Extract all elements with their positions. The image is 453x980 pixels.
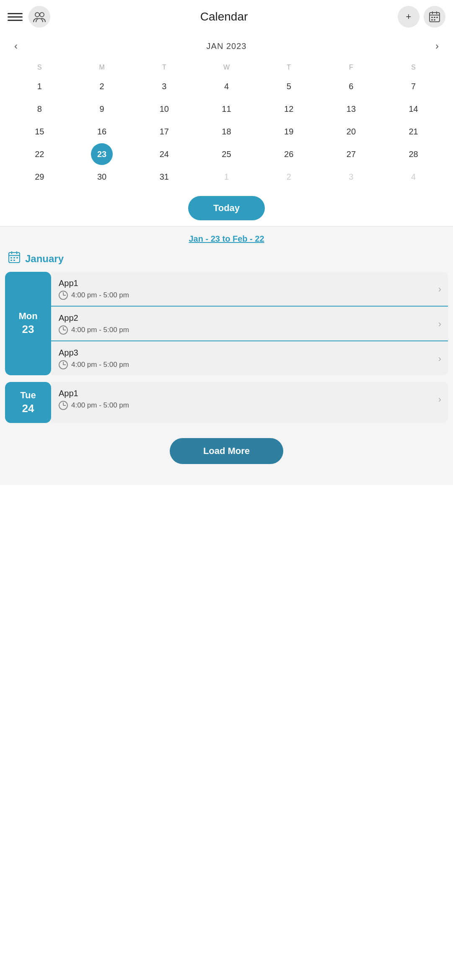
time-text: 4:00 pm - 5:00 pm — [71, 291, 129, 299]
day-cell-5[interactable]: 5 — [278, 75, 300, 97]
svg-rect-16 — [13, 257, 15, 258]
calendar-small-icon — [8, 251, 20, 266]
chevron-right-icon: › — [438, 353, 441, 364]
load-more-button[interactable]: Load More — [170, 438, 283, 464]
clock-icon — [59, 401, 68, 410]
app-header: Calendar + — [0, 0, 453, 34]
day-cell-29[interactable]: 29 — [28, 166, 50, 188]
day-cell-21[interactable]: 21 — [403, 121, 425, 142]
appointment-time: 4:00 pm - 5:00 pm — [59, 360, 434, 369]
chevron-right-icon: › — [438, 394, 441, 405]
day-cell-14[interactable]: 14 — [403, 98, 425, 120]
appointment-title: App2 — [59, 313, 434, 323]
dow-wed: W — [195, 61, 258, 74]
day-cell-4[interactable]: 4 — [215, 75, 237, 97]
dow-sun: S — [8, 61, 71, 74]
next-month-button[interactable]: › — [430, 38, 445, 54]
svg-rect-6 — [431, 17, 433, 18]
appointment-item-0-1[interactable]: App2 4:00 pm - 5:00 pm › — [51, 306, 448, 340]
month-name: January — [25, 253, 64, 265]
day-cell-23[interactable]: 23 — [91, 143, 113, 165]
appointment-title: App3 — [59, 348, 434, 358]
day-cell-19[interactable]: 19 — [278, 121, 300, 142]
day-cell-12[interactable]: 12 — [278, 98, 300, 120]
day-cell-24[interactable]: 24 — [153, 143, 175, 165]
day-cell-2[interactable]: 2 — [91, 75, 113, 97]
day-cell-30[interactable]: 30 — [91, 166, 113, 188]
day-label-1: Tue24 — [5, 382, 51, 423]
day-cell-28[interactable]: 28 — [403, 143, 425, 165]
appointment-info: App3 4:00 pm - 5:00 pm — [59, 348, 434, 369]
schedule-range-label[interactable]: Jan - 23 to Feb - 22 — [0, 227, 453, 247]
day-label-0: Mon23 — [5, 272, 51, 375]
day-group-1: Tue24 App1 4:00 pm - 5:00 pm › — [5, 382, 448, 423]
today-button[interactable]: Today — [188, 196, 265, 220]
day-groups-container: Mon23 App1 4:00 pm - 5:00 pm › App2 4:00… — [0, 272, 453, 423]
chevron-right-icon: › — [438, 319, 441, 330]
add-button[interactable]: + — [398, 6, 419, 28]
day-cell-20[interactable]: 20 — [340, 121, 362, 142]
appointment-time: 4:00 pm - 5:00 pm — [59, 291, 434, 300]
calendar-grid: S M T W T F S 12345678910111213141516171… — [8, 61, 445, 188]
day-cell-25[interactable]: 25 — [215, 143, 237, 165]
day-num: 23 — [22, 322, 34, 337]
day-name: Tue — [20, 389, 36, 402]
day-cell-18[interactable]: 18 — [215, 121, 237, 142]
clock-icon — [59, 360, 68, 369]
hamburger-menu-button[interactable] — [8, 9, 23, 24]
svg-rect-10 — [434, 19, 435, 21]
day-cell-27[interactable]: 27 — [340, 143, 362, 165]
day-cell-3[interactable]: 3 — [153, 75, 175, 97]
prev-month-button[interactable]: ‹ — [8, 38, 23, 54]
day-cell-2[interactable]: 2 — [278, 166, 300, 188]
appointment-info: App1 4:00 pm - 5:00 pm — [59, 279, 434, 300]
day-cell-10[interactable]: 10 — [153, 98, 175, 120]
month-year-label: JAN 2023 — [207, 41, 247, 51]
day-cell-7[interactable]: 7 — [403, 75, 425, 97]
clock-icon — [59, 291, 68, 300]
calendar-nav: ‹ JAN 2023 › — [8, 38, 445, 54]
appointments-list-0: App1 4:00 pm - 5:00 pm › App2 4:00 pm - … — [51, 272, 448, 375]
day-cell-8[interactable]: 8 — [28, 98, 50, 120]
day-cell-16[interactable]: 16 — [91, 121, 113, 142]
day-cell-1[interactable]: 1 — [215, 166, 237, 188]
svg-rect-15 — [10, 257, 12, 258]
day-cell-22[interactable]: 22 — [28, 143, 50, 165]
time-text: 4:00 pm - 5:00 pm — [71, 361, 129, 369]
appointment-time: 4:00 pm - 5:00 pm — [59, 401, 434, 410]
appointment-info: App1 4:00 pm - 5:00 pm — [59, 389, 434, 410]
dow-fri: F — [320, 61, 383, 74]
svg-rect-7 — [434, 17, 435, 18]
appointment-title: App1 — [59, 389, 434, 398]
svg-point-0 — [35, 13, 39, 17]
time-text: 4:00 pm - 5:00 pm — [71, 326, 129, 334]
appointment-item-0-0[interactable]: App1 4:00 pm - 5:00 pm › — [51, 272, 448, 306]
day-cell-3[interactable]: 3 — [340, 166, 362, 188]
day-cell-4[interactable]: 4 — [403, 166, 425, 188]
day-cell-9[interactable]: 9 — [91, 98, 113, 120]
avatar-button[interactable] — [28, 6, 50, 28]
day-name: Mon — [18, 310, 37, 322]
dow-tue: T — [133, 61, 195, 74]
day-cell-1[interactable]: 1 — [28, 75, 50, 97]
calendar-section: ‹ JAN 2023 › S M T W T F S 1234567891011… — [0, 34, 453, 226]
day-cell-13[interactable]: 13 — [340, 98, 362, 120]
header-left — [8, 6, 50, 28]
appointment-item-1-0[interactable]: App1 4:00 pm - 5:00 pm › — [51, 382, 448, 416]
clock-icon — [59, 325, 68, 335]
users-icon — [33, 11, 46, 23]
day-cell-15[interactable]: 15 — [28, 121, 50, 142]
day-cell-31[interactable]: 31 — [153, 166, 175, 188]
day-cell-17[interactable]: 17 — [153, 121, 175, 142]
header-right: + — [398, 6, 445, 28]
schedule-section: Jan - 23 to Feb - 22 January Mon23 App1 — [0, 227, 453, 485]
appointment-item-0-2[interactable]: App3 4:00 pm - 5:00 pm › — [51, 340, 448, 375]
appointments-list-1: App1 4:00 pm - 5:00 pm › — [51, 382, 448, 423]
calendar-view-button[interactable] — [424, 6, 445, 28]
day-cell-11[interactable]: 11 — [215, 98, 237, 120]
day-cell-6[interactable]: 6 — [340, 75, 362, 97]
day-cell-26[interactable]: 26 — [278, 143, 300, 165]
day-num: 24 — [22, 402, 34, 416]
time-text: 4:00 pm - 5:00 pm — [71, 401, 129, 410]
chevron-right-icon: › — [438, 284, 441, 295]
